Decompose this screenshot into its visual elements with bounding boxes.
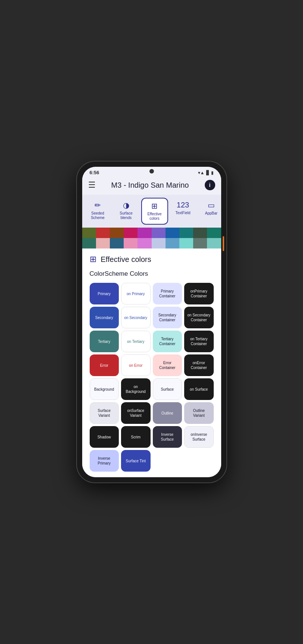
swatch-bottom [110, 238, 124, 248]
swatch-top [124, 228, 137, 238]
textfield-icon: 123 [177, 201, 189, 209]
swatch-bottom [82, 238, 96, 248]
battery-icon: ▮ [211, 170, 214, 175]
swatch-top [152, 228, 166, 238]
swatch-bottom [166, 238, 179, 248]
swatch-group [179, 228, 193, 248]
info-button[interactable]: i [205, 180, 215, 190]
tab-seeded-scheme-label: SeededScheme [91, 211, 105, 220]
color-chip[interactable]: Surface [153, 378, 182, 400]
swatch-top [179, 228, 193, 238]
color-chip[interactable]: onInverse Surface [184, 426, 214, 448]
color-chip[interactable]: Tertiary [90, 331, 119, 352]
tab-effective-colors[interactable]: ⊞ Effectivecolors [141, 198, 168, 225]
color-chip[interactable]: Secondary [90, 307, 119, 328]
swatch-group [207, 228, 221, 248]
effective-colors-icon: ⊞ [151, 201, 158, 210]
swatch-group [166, 228, 179, 248]
camera-notch [149, 169, 154, 173]
color-chip[interactable]: on Tertiary [121, 331, 151, 352]
color-chip[interactable]: Shadow [90, 426, 119, 448]
color-swatches-row [82, 228, 221, 248]
colors-section: ColorScheme Colors Primaryon PrimaryPrim… [82, 267, 221, 477]
color-chip[interactable]: on Error [121, 354, 151, 376]
color-chip[interactable]: Outline Variant [184, 402, 214, 424]
color-chip[interactable]: on Secondary Container [184, 307, 214, 328]
color-chip[interactable]: Error Container [153, 354, 182, 376]
color-chip[interactable]: Tertiary Container [153, 331, 182, 352]
tab-appbar[interactable]: ▭ AppBar [198, 198, 221, 225]
tab-effective-colors-label: Effectivecolors [147, 212, 161, 221]
tab-seeded-scheme[interactable]: ✏ SeededScheme [84, 198, 111, 225]
swatch-bottom [124, 238, 137, 248]
tab-surface-blends-label: Surfaceblends [120, 211, 132, 220]
swatch-bottom [152, 238, 166, 248]
phone-screen: 6:56 ▾▲ ▊ ▮ ☰ M3 - Indigo San Marino i ✏… [82, 167, 221, 477]
swatch-group [110, 228, 124, 248]
status-icons: ▾▲ ▊ ▮ [198, 170, 214, 175]
color-chip[interactable]: Background [90, 378, 119, 400]
swatch-bottom [193, 238, 207, 248]
swatch-top [82, 228, 96, 238]
color-chip[interactable]: Error [90, 354, 119, 376]
swatch-bottom [179, 238, 193, 248]
wifi-icon: ▾▲ [198, 170, 205, 175]
color-chip[interactable]: Inverse Surface [153, 426, 182, 448]
color-chip[interactable]: Surface Tint [121, 450, 151, 472]
tab-bar: ✏ SeededScheme ◑ Surfaceblends ⊞ Effecti… [82, 195, 221, 228]
swatch-top [207, 228, 221, 238]
color-chip[interactable]: Secondary Container [153, 307, 182, 328]
swatch-group [152, 228, 166, 248]
tab-appbar-label: AppBar [205, 211, 217, 216]
app-header: ☰ M3 - Indigo San Marino i [82, 177, 221, 195]
section-icon: ⊞ [90, 254, 96, 264]
appbar-icon: ▭ [208, 201, 215, 210]
swatch-bottom [207, 238, 221, 248]
section-title: Effective colors [101, 255, 151, 264]
color-chip[interactable]: Primary [90, 283, 119, 304]
scroll-content[interactable]: ⊞ Effective colors ColorScheme Colors Pr… [82, 248, 221, 477]
color-chip[interactable]: Surface Variant [90, 402, 119, 424]
color-chip[interactable]: Outline [153, 402, 182, 424]
color-chip[interactable]: on Tertiary Container [184, 331, 214, 352]
swatch-top [166, 228, 179, 238]
color-chip[interactable]: on Background [121, 378, 151, 400]
swatch-top [137, 228, 151, 238]
color-chip[interactable]: on Secondary [121, 307, 151, 328]
color-chip[interactable]: on Surface [184, 378, 214, 400]
swatch-group [193, 228, 207, 248]
swatch-group [96, 228, 110, 248]
color-chip[interactable]: onSurface Variant [121, 402, 151, 424]
swatch-group [137, 228, 151, 248]
swatch-group [124, 228, 137, 248]
color-chip[interactable]: Primary Container [153, 283, 182, 304]
phone-frame: 6:56 ▾▲ ▊ ▮ ☰ M3 - Indigo San Marino i ✏… [77, 162, 226, 482]
menu-icon[interactable]: ☰ [88, 180, 96, 190]
colors-subtitle: ColorScheme Colors [90, 270, 214, 278]
section-header: ⊞ Effective colors [82, 248, 221, 267]
color-grid: Primaryon PrimaryPrimary ContaineronPrim… [90, 283, 214, 472]
swatch-top [110, 228, 124, 238]
swatch-top [193, 228, 207, 238]
swatch-bottom [96, 238, 110, 248]
color-chip[interactable]: on Primary [121, 283, 151, 304]
swatch-bottom [137, 238, 151, 248]
color-chip[interactable]: Scrim [121, 426, 151, 448]
side-button [223, 236, 224, 251]
app-title: M3 - Indigo San Marino [100, 181, 200, 190]
status-time: 6:56 [90, 170, 99, 175]
surface-blends-icon: ◑ [123, 201, 129, 210]
signal-icon: ▊ [206, 170, 210, 175]
swatch-group [82, 228, 96, 248]
tab-surface-blends[interactable]: ◑ Surfaceblends [113, 198, 140, 225]
color-chip[interactable]: onError Container [184, 354, 214, 376]
tab-textfield-label: TextField [175, 211, 190, 215]
color-chip[interactable]: Inverse Primary [90, 450, 119, 472]
seeded-scheme-icon: ✏ [95, 201, 101, 210]
color-chip[interactable]: onPrimary Container [184, 283, 214, 304]
tab-textfield[interactable]: 123 TextField [170, 198, 197, 225]
swatch-top [96, 228, 110, 238]
